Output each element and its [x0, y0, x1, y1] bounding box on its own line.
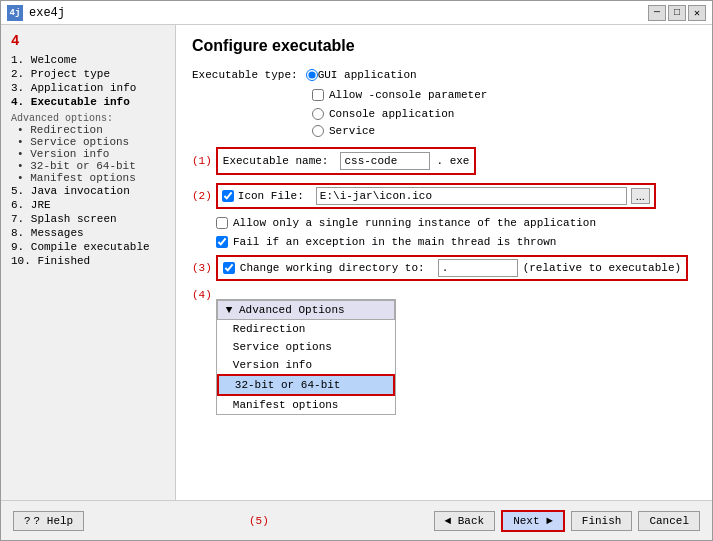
advanced-options-section: (4) ▼ Advanced Options Redirection Servi… [192, 289, 696, 415]
advanced-item-version-info[interactable]: Version info [217, 356, 395, 374]
help-label: ? Help [34, 515, 74, 527]
exe-name-input[interactable] [340, 152, 430, 170]
browse-button[interactable]: ... [631, 188, 650, 204]
icon-file-label: Icon File: [238, 190, 304, 202]
icon-file-box: Icon File: ... [216, 183, 656, 209]
main-content: Configure executable Executable type: GU… [176, 25, 712, 500]
minimize-button[interactable]: ─ [648, 5, 666, 21]
allow-console-label: Allow -console parameter [329, 89, 487, 101]
working-dir-input[interactable] [438, 259, 518, 277]
exe-name-box: Executable name: . exe [216, 147, 477, 175]
fail-exception-label: Fail if an exception in the main thread … [233, 236, 556, 248]
relative-label: (relative to executable) [523, 262, 681, 274]
executable-type-label: Executable type: [192, 69, 298, 81]
sidebar: 4 1. Welcome 2. Project type 3. Applicat… [1, 25, 176, 500]
cancel-button[interactable]: Cancel [638, 511, 700, 531]
num-label-1: (1) [192, 155, 212, 167]
app-icon: 4j [7, 5, 23, 21]
window-title: exe4j [29, 6, 65, 20]
single-instance-row: Allow only a single running instance of … [216, 217, 696, 229]
allow-console-checkbox[interactable] [312, 89, 324, 101]
sidebar-sub-manifest[interactable]: • Manifest options [11, 172, 165, 184]
title-bar-left: 4j exe4j [7, 5, 65, 21]
sidebar-item-java-invocation[interactable]: 5. Java invocation [11, 184, 165, 198]
icon-file-checkbox[interactable] [222, 190, 234, 202]
footer-right: ◄ Back Next ► Finish Cancel [434, 510, 700, 532]
single-instance-label: Allow only a single running instance of … [233, 217, 596, 229]
gui-radio[interactable] [306, 69, 318, 81]
num-label-5: (5) [249, 515, 269, 527]
exe-suffix: . exe [436, 155, 469, 167]
service-radio[interactable] [312, 125, 324, 137]
working-dir-checkbox[interactable] [223, 262, 235, 274]
footer: ? ? Help (5) ◄ Back Next ► Finish Cancel [1, 500, 712, 540]
page-title: Configure executable [192, 37, 696, 55]
title-bar: 4j exe4j ─ □ ✕ [1, 1, 712, 25]
help-icon: ? [24, 515, 31, 527]
fail-exception-row: Fail if an exception in the main thread … [216, 236, 696, 248]
num-label-2: (2) [192, 190, 212, 202]
maximize-button[interactable]: □ [668, 5, 686, 21]
title-controls: ─ □ ✕ [648, 5, 706, 21]
cancel-label: Cancel [649, 515, 689, 527]
executable-type-row: Executable type: GUI application [192, 69, 696, 81]
sidebar-sub-version-info[interactable]: • Version info [11, 148, 165, 160]
next-label: Next ► [513, 515, 553, 527]
icon-file-input[interactable] [316, 187, 627, 205]
service-radio-label: Service [329, 125, 375, 137]
next-button[interactable]: Next ► [501, 510, 565, 532]
finish-button[interactable]: Finish [571, 511, 633, 531]
exe-name-row: (1) Executable name: . exe [192, 147, 696, 175]
num-label-3: (3) [192, 262, 212, 274]
advanced-options-label: ▼ Advanced Options [226, 304, 345, 316]
back-button[interactable]: ◄ Back [434, 511, 496, 531]
single-instance-checkbox[interactable] [216, 217, 228, 229]
allow-console-checkbox-row: Allow -console parameter [312, 89, 696, 101]
sidebar-item-messages[interactable]: 8. Messages [11, 226, 165, 240]
sidebar-advanced-title: Advanced options: [11, 113, 165, 124]
sidebar-sub-redirection[interactable]: • Redirection [11, 124, 165, 136]
advanced-item-service-options[interactable]: Service options [217, 338, 395, 356]
working-dir-box: Change working directory to: (relative t… [216, 255, 688, 281]
gui-radio-label: GUI application [318, 69, 417, 81]
sidebar-item-app-info[interactable]: 3. Application info [11, 81, 165, 95]
working-dir-label: Change working directory to: [240, 262, 425, 274]
sidebar-item-compile[interactable]: 9. Compile executable [11, 240, 165, 254]
sidebar-sub-service-options[interactable]: • Service options [11, 136, 165, 148]
finish-label: Finish [582, 515, 622, 527]
sidebar-item-welcome[interactable]: 1. Welcome [11, 53, 165, 67]
sidebar-item-project-type[interactable]: 2. Project type [11, 67, 165, 81]
advanced-item-redirection[interactable]: Redirection [217, 320, 395, 338]
console-radio[interactable] [312, 108, 324, 120]
sidebar-item-exe-info[interactable]: 4. Executable info [11, 95, 165, 109]
console-radio-row: Console application [192, 108, 696, 120]
advanced-options-header[interactable]: ▼ Advanced Options [217, 300, 395, 320]
advanced-dropdown: ▼ Advanced Options Redirection Service o… [216, 299, 396, 415]
fail-exception-checkbox[interactable] [216, 236, 228, 248]
footer-left: ? ? Help [13, 511, 84, 531]
exe-name-label: Executable name: [223, 155, 329, 167]
icon-file-row: (2) Icon File: ... [192, 183, 696, 209]
advanced-item-32bit[interactable]: 32-bit or 64-bit [217, 374, 395, 396]
main-window: 4j exe4j ─ □ ✕ 4 1. Welcome 2. Project t… [0, 0, 713, 541]
service-radio-row: Service [192, 125, 696, 137]
sidebar-item-jre[interactable]: 6. JRE [11, 198, 165, 212]
step-indicator: 4 [11, 33, 165, 49]
content-area: 4 1. Welcome 2. Project type 3. Applicat… [1, 25, 712, 500]
advanced-item-manifest[interactable]: Manifest options [217, 396, 395, 414]
step-counter: (5) [249, 515, 269, 527]
close-button[interactable]: ✕ [688, 5, 706, 21]
sidebar-sub-32bit[interactable]: • 32-bit or 64-bit [11, 160, 165, 172]
num-label-4: (4) [192, 289, 212, 301]
back-label: ◄ Back [445, 515, 485, 527]
working-dir-row: (3) Change working directory to: (relati… [192, 255, 696, 281]
allow-console-row: Allow -console parameter [192, 89, 696, 101]
sidebar-item-splash[interactable]: 7. Splash screen [11, 212, 165, 226]
help-button[interactable]: ? ? Help [13, 511, 84, 531]
sidebar-item-finished[interactable]: 10. Finished [11, 254, 165, 268]
console-radio-label: Console application [329, 108, 454, 120]
